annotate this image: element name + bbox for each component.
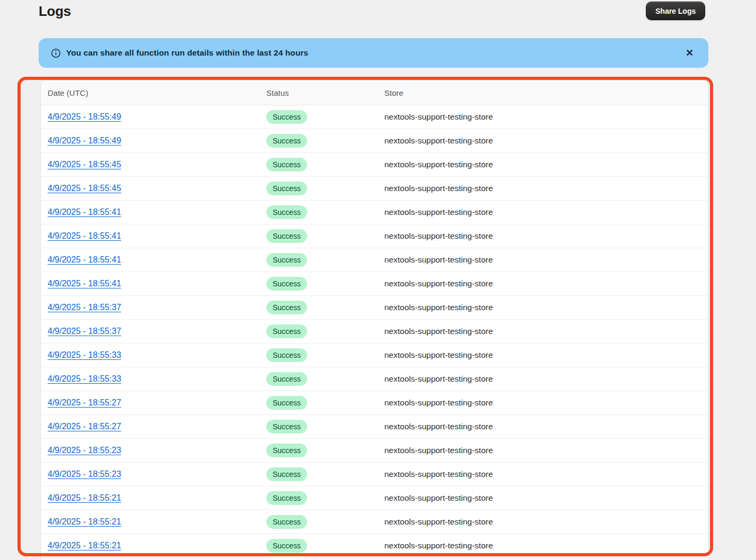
store-name: nextools-support-testing-store: [384, 279, 493, 288]
store-name: nextools-support-testing-store: [384, 517, 493, 526]
table-header-row: Date (UTC) Status Store: [41, 80, 708, 105]
store-name: nextools-support-testing-store: [384, 493, 493, 502]
status-badge: Success: [266, 229, 307, 243]
info-banner: You can share all function run details w…: [39, 38, 708, 68]
table-row: 4/9/2025 - 18:55:33 Success nextools-sup…: [41, 367, 708, 391]
column-header-store: Store: [384, 88, 708, 97]
table-row: 4/9/2025 - 18:55:41 Success nextools-sup…: [41, 201, 708, 224]
store-name: nextools-support-testing-store: [384, 469, 493, 478]
status-badge: Success: [266, 467, 307, 482]
column-header-date: Date (UTC): [41, 88, 266, 97]
status-badge: Success: [266, 182, 307, 196]
store-name: nextools-support-testing-store: [384, 303, 493, 312]
table-row: 4/9/2025 - 18:55:45 Success nextools-sup…: [41, 177, 708, 201]
status-badge: Success: [266, 253, 307, 267]
store-name: nextools-support-testing-store: [384, 398, 493, 407]
table-row: 4/9/2025 - 18:55:23 Success nextools-sup…: [41, 439, 708, 463]
status-badge: Success: [266, 539, 307, 553]
table-row: 4/9/2025 - 18:55:45 Success nextools-sup…: [41, 153, 708, 177]
table-row: 4/9/2025 - 18:55:21 Success nextools-sup…: [41, 534, 708, 558]
status-badge: Success: [266, 515, 307, 529]
table-row: 4/9/2025 - 18:55:49 Success nextools-sup…: [41, 129, 708, 153]
table-row: 4/9/2025 - 18:55:27 Success nextools-sup…: [41, 391, 708, 415]
table-row: 4/9/2025 - 18:55:41 Success nextools-sup…: [41, 272, 708, 296]
log-date-link[interactable]: 4/9/2025 - 18:55:41: [48, 231, 121, 240]
log-date-link[interactable]: 4/9/2025 - 18:55:37: [48, 327, 121, 336]
store-name: nextools-support-testing-store: [384, 422, 493, 431]
status-badge: Success: [266, 205, 307, 220]
table-row: 4/9/2025 - 18:55:41 Success nextools-sup…: [41, 224, 708, 248]
store-name: nextools-support-testing-store: [384, 207, 493, 216]
log-date-link[interactable]: 4/9/2025 - 18:55:23: [48, 446, 121, 455]
log-date-link[interactable]: 4/9/2025 - 18:55:37: [48, 303, 121, 312]
status-badge: Success: [266, 324, 307, 339]
table-row: 4/9/2025 - 18:55:23 Success nextools-sup…: [41, 463, 708, 486]
status-badge: Success: [266, 301, 307, 315]
table-row: 4/9/2025 - 18:55:21 Success nextools-sup…: [41, 486, 708, 510]
log-date-link[interactable]: 4/9/2025 - 18:55:33: [48, 350, 121, 359]
status-badge: Success: [266, 372, 307, 386]
log-date-link[interactable]: 4/9/2025 - 18:55:45: [48, 160, 121, 169]
log-date-link[interactable]: 4/9/2025 - 18:55:45: [48, 184, 121, 193]
page-title: Logs: [39, 3, 71, 20]
share-logs-button[interactable]: Share Logs: [646, 2, 705, 20]
table-row: 4/9/2025 - 18:55:37 Success nextools-sup…: [41, 320, 708, 344]
table-row: 4/9/2025 - 18:55:41 Success nextools-sup…: [41, 248, 708, 272]
log-date-link[interactable]: 4/9/2025 - 18:55:49: [48, 136, 121, 145]
table-row: 4/9/2025 - 18:55:21 Success nextools-sup…: [41, 558, 708, 560]
table-body: 4/9/2025 - 18:55:49 Success nextools-sup…: [41, 105, 708, 560]
store-name: nextools-support-testing-store: [384, 231, 493, 240]
table-row: 4/9/2025 - 18:55:33 Success nextools-sup…: [41, 344, 708, 367]
log-date-link[interactable]: 4/9/2025 - 18:55:27: [48, 422, 121, 431]
store-name: nextools-support-testing-store: [384, 184, 493, 193]
log-date-link[interactable]: 4/9/2025 - 18:55:33: [48, 374, 121, 383]
status-badge: Success: [266, 396, 307, 410]
status-badge: Success: [266, 134, 307, 148]
store-name: nextools-support-testing-store: [384, 541, 493, 550]
log-date-link[interactable]: 4/9/2025 - 18:55:49: [48, 112, 121, 121]
status-badge: Success: [266, 277, 307, 291]
store-name: nextools-support-testing-store: [384, 446, 493, 455]
log-date-link[interactable]: 4/9/2025 - 18:55:41: [48, 279, 121, 288]
status-badge: Success: [266, 158, 307, 172]
table-row: 4/9/2025 - 18:55:49 Success nextools-sup…: [41, 105, 708, 129]
log-date-link[interactable]: 4/9/2025 - 18:55:21: [48, 517, 121, 526]
close-icon[interactable]: ✕: [680, 45, 699, 61]
status-badge: Success: [266, 348, 307, 363]
status-badge: Success: [266, 491, 307, 505]
log-date-link[interactable]: 4/9/2025 - 18:55:41: [48, 255, 121, 264]
log-date-link[interactable]: 4/9/2025 - 18:55:41: [48, 207, 121, 216]
status-badge: Success: [266, 110, 307, 124]
store-name: nextools-support-testing-store: [384, 112, 493, 121]
store-name: nextools-support-testing-store: [384, 136, 493, 145]
log-date-link[interactable]: 4/9/2025 - 18:55:27: [48, 398, 121, 407]
store-name: nextools-support-testing-store: [384, 350, 493, 359]
info-icon: [51, 48, 61, 58]
table-row: 4/9/2025 - 18:55:27 Success nextools-sup…: [41, 415, 708, 439]
table-row: 4/9/2025 - 18:55:37 Success nextools-sup…: [41, 296, 708, 320]
log-date-link[interactable]: 4/9/2025 - 18:55:21: [48, 541, 121, 550]
log-date-link[interactable]: 4/9/2025 - 18:55:23: [48, 469, 121, 478]
banner-message: You can share all function run details w…: [66, 48, 308, 58]
table-row: 4/9/2025 - 18:55:21 Success nextools-sup…: [41, 510, 708, 534]
logs-table: Date (UTC) Status Store 4/9/2025 - 18:55…: [41, 80, 708, 560]
store-name: nextools-support-testing-store: [384, 374, 493, 383]
store-name: nextools-support-testing-store: [384, 160, 493, 169]
column-header-status: Status: [266, 88, 384, 97]
log-date-link[interactable]: 4/9/2025 - 18:55:21: [48, 493, 121, 502]
status-badge: Success: [266, 420, 307, 434]
status-badge: Success: [266, 444, 307, 458]
store-name: nextools-support-testing-store: [384, 255, 493, 264]
store-name: nextools-support-testing-store: [384, 327, 493, 336]
